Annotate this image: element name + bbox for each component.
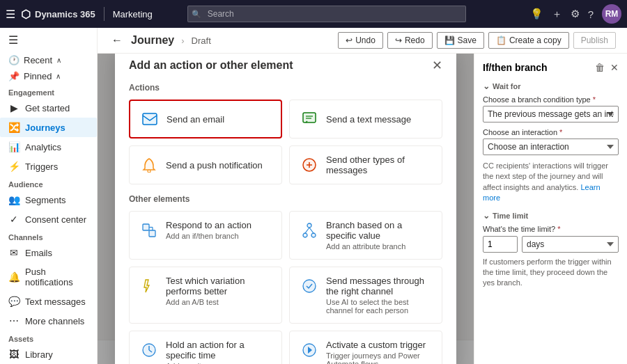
more-icon: ⋯ bbox=[8, 315, 20, 326]
help-icon[interactable]: ? bbox=[588, 8, 594, 20]
custom-trigger-icon bbox=[300, 340, 319, 360]
actions-grid: Send an email bbox=[129, 100, 442, 184]
push-icon: 🔔 bbox=[8, 271, 20, 283]
right-panel: If/then branch 🗑 ✕ Wait for Choose a bra… bbox=[474, 54, 627, 364]
avatar[interactable]: RM bbox=[602, 4, 621, 24]
pin-icon: 📌 bbox=[8, 71, 20, 81]
sidebar-label-more: More channels bbox=[25, 316, 84, 326]
svg-point-10 bbox=[307, 223, 311, 228]
wait-for-section: Wait for bbox=[483, 81, 619, 91]
save-button[interactable]: 💾 Save bbox=[437, 32, 484, 49]
trigger-title: Activate a custom trigger bbox=[326, 340, 432, 350]
lightbulb-icon[interactable]: 💡 bbox=[530, 8, 543, 20]
element-test-variation[interactable]: Test which variation performs better Add… bbox=[129, 267, 282, 324]
info-block: CC recipients' interactions will trigger… bbox=[483, 161, 619, 204]
channel-title: Send messages through the right channel bbox=[326, 276, 432, 296]
right-panel-title: If/then branch bbox=[483, 62, 548, 73]
svg-point-11 bbox=[303, 233, 307, 237]
module-name: Marketing bbox=[113, 9, 153, 19]
respond-title: Respond to an action bbox=[166, 220, 251, 230]
assets-section-label: Assets bbox=[0, 331, 97, 345]
time-limit-label: Time limit bbox=[483, 211, 619, 221]
other-messages-icon bbox=[300, 155, 319, 175]
time-limit-section: Time limit What's the time limit? days I… bbox=[483, 211, 619, 289]
page-title: Journey bbox=[131, 34, 174, 47]
sidebar-label-analytics: Analytics bbox=[25, 142, 61, 152]
sidebar-label-segments: Segments bbox=[25, 195, 66, 205]
sidebar-item-journeys[interactable]: 🔀 Journeys bbox=[0, 118, 97, 137]
channels-section-label: Channels bbox=[0, 229, 97, 243]
modal-title: Add an action or other element bbox=[129, 59, 293, 72]
undo-button[interactable]: ↩ Undo bbox=[338, 32, 383, 49]
sidebar-item-consent[interactable]: ✓ Consent center bbox=[0, 209, 97, 229]
svg-rect-0 bbox=[143, 113, 157, 125]
sidebar-label-library: Library bbox=[25, 349, 53, 360]
element-branch-value[interactable]: Branch based on a specific value Add an … bbox=[289, 211, 442, 260]
get-started-icon: ▶ bbox=[8, 102, 20, 113]
add-action-modal: Add an action or other element ✕ Actions bbox=[115, 54, 456, 364]
pinned-collapse[interactable]: 📌 Pinned ∧ bbox=[0, 68, 97, 84]
action-send-other[interactable]: Send other types of messages bbox=[289, 145, 442, 184]
svg-point-15 bbox=[303, 280, 316, 292]
test-icon bbox=[139, 276, 159, 296]
app-name: Dynamics 365 bbox=[35, 9, 95, 19]
segments-icon: 👥 bbox=[8, 194, 20, 205]
element-custom-trigger[interactable]: Activate a custom trigger Trigger journe… bbox=[289, 331, 442, 364]
sidebar-label-get-started: Get started bbox=[25, 103, 70, 113]
publish-button[interactable]: Publish bbox=[573, 32, 616, 49]
modal-close-button[interactable]: ✕ bbox=[432, 59, 442, 72]
add-icon[interactable]: ＋ bbox=[552, 8, 562, 21]
action-send-sms[interactable]: Send a text message bbox=[289, 100, 442, 139]
element-respond-action[interactable]: Respond to an action Add an if/then bran… bbox=[129, 211, 282, 260]
copy-button[interactable]: 📋 Create a copy bbox=[488, 32, 569, 49]
sidebar-item-push[interactable]: 🔔 Push notifications bbox=[0, 262, 97, 292]
sidebar-item-analytics[interactable]: 📊 Analytics bbox=[0, 137, 97, 157]
sidebar-item-emails[interactable]: ✉ Emails bbox=[0, 243, 97, 262]
sidebar-label-emails: Emails bbox=[25, 248, 52, 258]
interaction-field: Choose an interaction Choose an interact… bbox=[483, 128, 619, 155]
recent-collapse[interactable]: 🕐 Recent ∧ bbox=[0, 52, 97, 68]
hamburger-icon[interactable]: ☰ bbox=[6, 8, 15, 21]
modal-overlay: Add an action or other element ✕ Actions bbox=[98, 54, 474, 364]
branch-sub: Add an attribute branch bbox=[326, 242, 432, 251]
pinned-chevron: ∧ bbox=[56, 72, 61, 80]
breadcrumb-bar: ← Journey › Draft ↩ Undo ↪ Redo 💾 Save 📋… bbox=[98, 28, 627, 54]
delete-icon[interactable]: 🗑 bbox=[595, 62, 605, 73]
sidebar-item-sms[interactable]: 💬 Text messages bbox=[0, 292, 97, 311]
hamburger-sidebar-icon[interactable]: ☰ bbox=[0, 28, 97, 52]
svg-line-13 bbox=[305, 228, 309, 233]
send-other-label: Send other types of messages bbox=[326, 155, 432, 175]
branch-condition-field: Choose a branch condition type The previ… bbox=[483, 95, 619, 122]
branch-condition-select[interactable]: The previous message gets an interacti..… bbox=[483, 106, 619, 122]
action-send-push[interactable]: Send a push notification bbox=[129, 145, 282, 184]
sms-icon: 💬 bbox=[8, 296, 20, 307]
sidebar-item-segments[interactable]: 👥 Segments bbox=[0, 190, 97, 209]
element-hold-action[interactable]: Hold an action for a specific time Add a… bbox=[129, 331, 282, 364]
audience-section-label: Audience bbox=[0, 176, 97, 190]
action-send-email[interactable]: Send an email bbox=[129, 100, 282, 139]
redo-button[interactable]: ↪ Redo bbox=[387, 32, 433, 49]
journeys-icon: 🔀 bbox=[8, 122, 20, 133]
sms-icon bbox=[300, 109, 319, 129]
time-value-input[interactable] bbox=[483, 236, 518, 253]
time-unit-select[interactable]: days bbox=[522, 236, 619, 253]
sidebar-item-get-started[interactable]: ▶ Get started bbox=[0, 98, 97, 118]
back-button[interactable]: ← bbox=[109, 33, 125, 48]
sidebar-item-library[interactable]: 🖼 Library bbox=[0, 345, 97, 364]
sidebar-item-more-channels[interactable]: ⋯ More channels bbox=[0, 311, 97, 331]
search-bar[interactable] bbox=[187, 6, 466, 22]
sidebar-label-push: Push notifications bbox=[25, 267, 88, 287]
send-push-label: Send a push notification bbox=[166, 160, 263, 171]
recent-label: Recent bbox=[24, 55, 52, 65]
search-input[interactable] bbox=[187, 6, 466, 22]
time-row: days bbox=[483, 236, 619, 253]
sidebar-item-triggers[interactable]: ⚡ Triggers bbox=[0, 157, 97, 176]
hold-icon bbox=[139, 340, 159, 360]
close-panel-icon[interactable]: ✕ bbox=[610, 62, 619, 73]
interaction-select[interactable]: Choose an interaction bbox=[483, 139, 619, 155]
settings-icon[interactable]: ⚙ bbox=[571, 8, 580, 20]
element-send-channel[interactable]: Send messages through the right channel … bbox=[289, 267, 442, 324]
sidebar-label-triggers: Triggers bbox=[25, 161, 58, 172]
sidebar-label-journeys: Journeys bbox=[25, 122, 65, 133]
analytics-icon: 📊 bbox=[8, 141, 20, 152]
